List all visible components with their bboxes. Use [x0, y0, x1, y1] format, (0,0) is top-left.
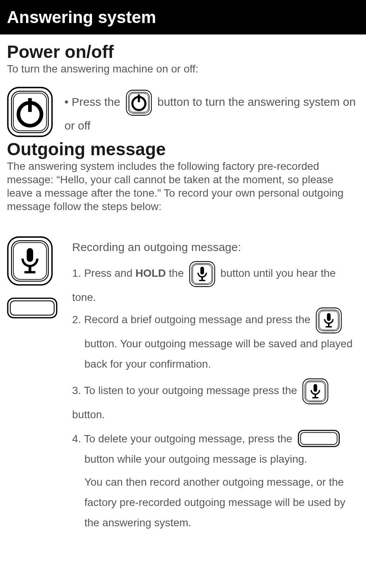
outgoing-heading: Outgoing message — [7, 139, 359, 159]
step-4: 4. To delete your outgoing message, pres… — [72, 429, 359, 533]
s4b: button while your outgoing message is pl… — [72, 449, 359, 469]
power-button-illustration — [7, 87, 53, 139]
power-intro: To turn the answering machine on or off: — [7, 63, 359, 75]
s3a: 3. To listen to your outgoing message pr… — [72, 384, 300, 396]
s4c: You can then record another outgoing mes… — [72, 472, 359, 533]
mic-icon-inline-1 — [189, 261, 215, 287]
outgoing-intro: The answering system includes the follow… — [7, 159, 359, 213]
s4a: 4. To delete your outgoing message, pres… — [72, 433, 295, 445]
blank-button-illustration — [7, 297, 58, 320]
blank-icon-inline — [298, 430, 340, 449]
power-icon-inline — [126, 90, 152, 116]
recording-row: Recording an outgoing message: 1. Press … — [7, 236, 359, 533]
recording-steps: Recording an outgoing message: 1. Press … — [72, 236, 359, 533]
power-row: • Press the button to turn the answering… — [7, 87, 359, 139]
power-text-1: • Press the — [64, 95, 124, 108]
step-2: 2. Record a brief outgoing message and p… — [72, 307, 359, 374]
s2a: 2. Record a brief outgoing message and p… — [72, 314, 313, 326]
s2b: button. Your outgoing message will be sa… — [72, 333, 359, 374]
mic-button-illustration — [7, 236, 53, 286]
mic-icon-inline-3 — [302, 378, 328, 404]
mic-icon-inline-2 — [316, 307, 342, 333]
power-instruction: • Press the button to turn the answering… — [64, 87, 359, 135]
s3b: button. — [72, 409, 105, 420]
s1-hold: HOLD — [135, 267, 166, 279]
left-button-column — [7, 236, 61, 533]
page-content: Power on/off To turn the answering machi… — [0, 34, 366, 540]
step-1: 1. Press and HOLD the button until you h… — [72, 261, 359, 307]
page-title: Answering system — [7, 8, 156, 26]
page-header: Answering system — [0, 0, 366, 34]
recording-subtitle: Recording an outgoing message: — [72, 236, 359, 258]
s1b: the — [166, 267, 186, 279]
power-heading: Power on/off — [7, 41, 359, 62]
s1a: 1. Press and — [72, 267, 135, 279]
step-3: 3. To listen to your outgoing message pr… — [72, 378, 359, 425]
